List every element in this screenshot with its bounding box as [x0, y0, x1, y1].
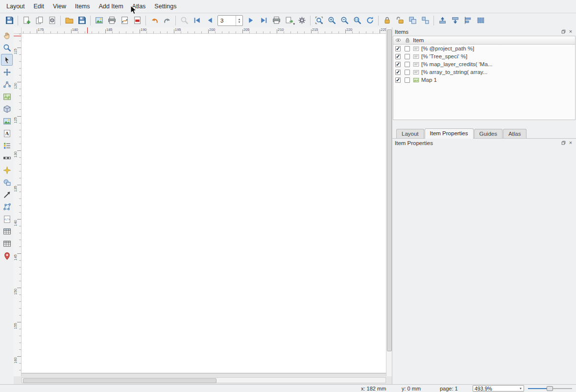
menu-edit[interactable]: Edit	[29, 1, 49, 12]
ungroup-items-button[interactable]	[419, 15, 431, 26]
menu-add-item[interactable]: Add Item	[95, 1, 128, 12]
tab-item-properties[interactable]: Item Properties	[425, 128, 474, 139]
add-items-from-template-button[interactable]	[63, 15, 75, 26]
new-layout-button[interactable]	[21, 15, 32, 26]
vertical-ruler[interactable]: 115120125130135140145150155160	[14, 34, 22, 376]
export-as-image-button[interactable]	[93, 15, 105, 26]
distribute-items-button[interactable]	[475, 15, 486, 26]
raise-icon	[438, 16, 447, 24]
visibility-checkbox[interactable]	[395, 62, 401, 67]
raise-selected-items-button[interactable]	[436, 15, 448, 26]
add-shape-tool[interactable]	[1, 176, 13, 188]
group-items-button[interactable]	[407, 15, 418, 26]
tab-atlas[interactable]: Atlas	[503, 129, 527, 138]
horizontal-ruler[interactable]: 175180185190195200205210215220225	[22, 27, 386, 34]
export-as-svg-button[interactable]	[119, 15, 130, 26]
layout-view	[22, 34, 386, 376]
zoom-in-button[interactable]	[326, 15, 337, 26]
horizontal-scrollbar[interactable]	[22, 377, 386, 383]
first-feature-button[interactable]	[191, 15, 203, 26]
print-layout-button[interactable]	[106, 15, 118, 26]
undo-button[interactable]	[148, 15, 160, 26]
spin-arrows[interactable]: ▲▼	[236, 16, 242, 25]
item-properties-close-button[interactable]: ×	[568, 140, 574, 146]
redo-button[interactable]	[161, 15, 173, 26]
item-row[interactable]: Map 1	[393, 76, 575, 84]
add-picture-tool[interactable]	[1, 115, 13, 127]
duplicate-layout-button[interactable]	[33, 15, 45, 26]
lock-checkbox[interactable]	[405, 77, 410, 83]
item-row[interactable]: [% @project_path %]	[393, 45, 575, 52]
print-atlas-button[interactable]	[270, 15, 282, 26]
align-selected-items-button[interactable]	[462, 15, 474, 26]
layout-manager-button[interactable]	[46, 15, 58, 26]
items-close-button[interactable]: ×	[568, 29, 574, 35]
add-north-arrow-tool[interactable]	[1, 164, 13, 176]
item-row[interactable]: [% 'Tree_speci' %]	[393, 52, 575, 60]
save-project-button[interactable]	[3, 15, 15, 26]
next-feature-button[interactable]	[245, 15, 257, 26]
horizontal-scrollbar-thumb[interactable]	[23, 378, 216, 383]
items-float-button[interactable]	[560, 29, 566, 35]
move-item-content-tool[interactable]	[1, 66, 13, 78]
lock-checkbox[interactable]	[405, 70, 410, 75]
menu-layout[interactable]: Layout	[2, 1, 29, 12]
lock-checkbox[interactable]	[405, 62, 410, 67]
edit-nodes-item-tool[interactable]	[1, 78, 13, 90]
add-node-item-tool[interactable]	[1, 201, 13, 213]
add-arrow-tool[interactable]	[1, 189, 13, 200]
pan-layout-tool[interactable]	[1, 29, 13, 41]
zoom-slider-handle[interactable]	[547, 386, 553, 391]
menu-view[interactable]: View	[48, 1, 71, 12]
atlas-page-spinbox[interactable]: 3▲▼	[217, 15, 243, 26]
visibility-checkbox[interactable]	[395, 77, 401, 83]
add-legend-tool[interactable]	[1, 140, 13, 151]
add-attribute-table-tool[interactable]	[1, 225, 13, 237]
items-tree-header: Item	[393, 36, 575, 45]
zoom-slider[interactable]	[528, 386, 572, 391]
visibility-checkbox[interactable]	[395, 70, 401, 75]
preview-atlas-button[interactable]	[178, 15, 190, 26]
zoom-out-button[interactable]	[338, 15, 350, 26]
add-marker-tool[interactable]	[1, 250, 13, 262]
tab-guides[interactable]: Guides	[474, 129, 503, 138]
export-atlas-button[interactable]: ▾	[283, 15, 295, 26]
menu-atlas[interactable]: Atlas	[128, 1, 150, 12]
previous-feature-button[interactable]	[204, 15, 216, 26]
visibility-checkbox[interactable]	[395, 46, 401, 51]
ruler-label: 185	[106, 28, 113, 32]
vertical-scrollbar[interactable]	[386, 27, 392, 376]
add-fixed-table-tool[interactable]	[1, 238, 13, 249]
atlas-settings-button[interactable]	[296, 15, 308, 26]
add-map-tool[interactable]	[1, 91, 13, 102]
save-as-template-button[interactable]	[76, 15, 88, 26]
menu-settings[interactable]: Settings	[150, 1, 181, 12]
item-row[interactable]: [% map_layer_credits( 'Ma...	[393, 60, 575, 68]
visibility-checkbox[interactable]	[395, 54, 401, 59]
lock-checkbox[interactable]	[405, 46, 410, 51]
ruler-label: 210	[278, 28, 284, 32]
vertical-scrollbar-thumb[interactable]	[387, 29, 392, 351]
export-as-pdf-button[interactable]	[131, 15, 143, 26]
menu-items[interactable]: Items	[71, 1, 95, 12]
add-3d-map-tool[interactable]	[1, 103, 13, 115]
add-html-tool[interactable]	[1, 213, 13, 225]
zoom-tool-tool[interactable]	[1, 42, 13, 53]
label-item-icon	[412, 61, 420, 68]
zoom-level-combo[interactable]: 493.9% ▼	[473, 385, 524, 392]
item-properties-float-button[interactable]	[560, 140, 566, 146]
last-feature-button[interactable]	[258, 15, 269, 26]
layout-page[interactable]	[22, 34, 386, 373]
zoom-actual-button[interactable]	[351, 15, 363, 26]
lock-selected-items-button[interactable]	[381, 15, 393, 26]
lock-checkbox[interactable]	[405, 54, 410, 59]
item-row[interactable]: [% array_to_string( array...	[393, 68, 575, 76]
add-label-tool[interactable]	[1, 127, 13, 139]
add-scalebar-tool[interactable]	[1, 152, 13, 164]
tab-layout[interactable]: Layout	[396, 129, 424, 138]
zoom-full-button[interactable]	[313, 15, 325, 26]
unlock-all-button[interactable]	[394, 15, 406, 26]
select-move-item-tool[interactable]	[1, 54, 13, 66]
lower-selected-items-button[interactable]	[449, 15, 461, 26]
refresh-view-button[interactable]	[364, 15, 376, 26]
